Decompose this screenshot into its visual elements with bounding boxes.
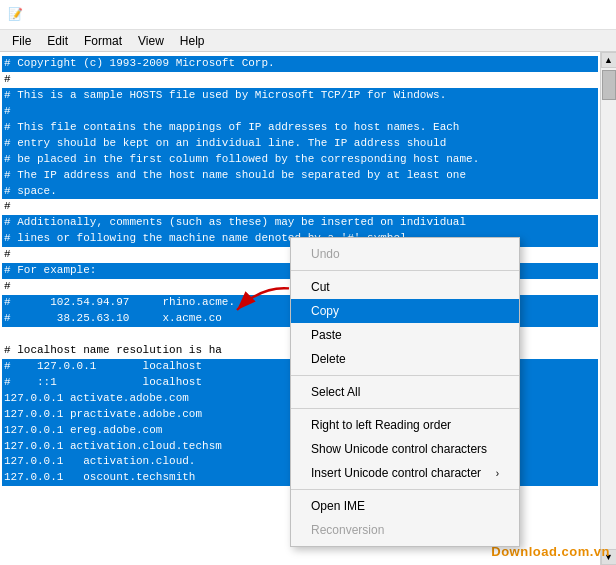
text-line: # The IP address and the host name shoul… (2, 168, 598, 184)
context-menu-item-insert-unicode-control-character[interactable]: Insert Unicode control character› (291, 461, 519, 485)
context-menu-item-paste[interactable]: Paste (291, 323, 519, 347)
context-menu-separator (291, 408, 519, 409)
text-line: # (2, 199, 598, 215)
menu-bar: File Edit Format View Help (0, 30, 616, 52)
window-controls (478, 0, 616, 30)
text-line: # This is a sample HOSTS file used by Mi… (2, 88, 598, 104)
scroll-thumb[interactable] (602, 70, 616, 100)
close-button[interactable] (570, 0, 616, 30)
context-menu-item-undo: Undo (291, 242, 519, 266)
text-line: # Copyright (c) 1993-2009 Microsoft Corp… (2, 56, 598, 72)
context-menu-item-show-unicode-control-characters[interactable]: Show Unicode control characters (291, 437, 519, 461)
text-line: # space. (2, 184, 598, 200)
text-line: # be placed in the first column followed… (2, 152, 598, 168)
context-menu-item-copy[interactable]: Copy (291, 299, 519, 323)
context-menu-separator (291, 270, 519, 271)
context-menu-item-open-ime[interactable]: Open IME (291, 494, 519, 518)
text-line: # This file contains the mappings of IP … (2, 120, 598, 136)
menu-edit[interactable]: Edit (39, 32, 76, 50)
submenu-arrow-icon: › (496, 468, 499, 479)
scroll-track[interactable] (601, 68, 617, 549)
context-menu-item-reconversion: Reconversion (291, 518, 519, 542)
context-menu-separator (291, 375, 519, 376)
context-menu: UndoCutCopyPasteDeleteSelect AllRight to… (290, 237, 520, 547)
context-menu-item-right-to-left-reading-order[interactable]: Right to left Reading order (291, 413, 519, 437)
maximize-button[interactable] (524, 0, 570, 30)
context-menu-item-delete[interactable]: Delete (291, 347, 519, 371)
text-line: # Additionally, comments (such as these)… (2, 215, 598, 231)
scroll-up-button[interactable]: ▲ (601, 52, 617, 68)
app-icon: 📝 (8, 7, 24, 23)
menu-format[interactable]: Format (76, 32, 130, 50)
text-line: # (2, 104, 598, 120)
content-area: # Copyright (c) 1993-2009 Microsoft Corp… (0, 52, 616, 565)
context-menu-item-cut[interactable]: Cut (291, 275, 519, 299)
scrollbar[interactable]: ▲ ▼ (600, 52, 616, 565)
menu-view[interactable]: View (130, 32, 172, 50)
text-line: # (2, 72, 598, 88)
text-line: # entry should be kept on an individual … (2, 136, 598, 152)
menu-file[interactable]: File (4, 32, 39, 50)
minimize-button[interactable] (478, 0, 524, 30)
title-bar: 📝 (0, 0, 616, 30)
context-menu-separator (291, 489, 519, 490)
context-menu-item-select-all[interactable]: Select All (291, 380, 519, 404)
menu-help[interactable]: Help (172, 32, 213, 50)
